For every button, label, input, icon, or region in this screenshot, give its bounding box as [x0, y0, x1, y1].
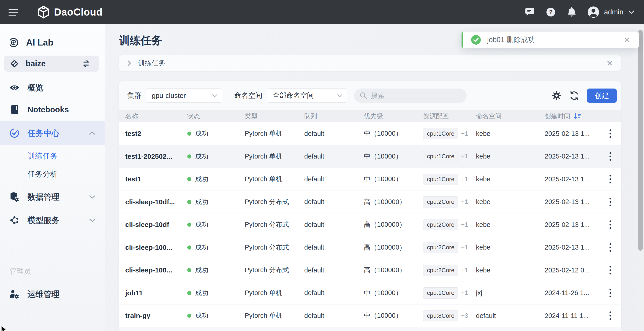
resource-more-count[interactable]: +1: [461, 130, 468, 137]
row-name[interactable]: cli-sleep-10df: [125, 221, 187, 229]
table-row[interactable]: cli-sleep-10df 成功 Pytorch 分布式 default 高（…: [119, 213, 621, 236]
namespace-label: 命名空间: [234, 91, 262, 100]
refresh-icon: [569, 91, 579, 101]
switch-workspace-icon[interactable]: [82, 59, 91, 68]
resource-more-count[interactable]: +1: [461, 221, 468, 228]
chevron-right-icon[interactable]: [127, 60, 132, 66]
sidebar-item-ops-management[interactable]: 运维管理: [0, 283, 104, 305]
col-created[interactable]: 创建时间: [545, 112, 600, 121]
row-status: 成功: [187, 289, 245, 298]
sidebar-item-model-services[interactable]: 模型服务: [0, 209, 104, 231]
row-created: 2024-11-11 1...: [545, 312, 600, 320]
close-icon[interactable]: [606, 60, 613, 66]
table-row[interactable]: test2 成功 Pytorch 单机 default 中（10000） cpu…: [119, 122, 621, 145]
row-name[interactable]: test2: [125, 130, 187, 137]
namespace-select[interactable]: 全部命名空间: [267, 88, 347, 103]
table-row[interactable]: test1-202502... 成功 Pytorch 单机 default 中（…: [119, 145, 621, 168]
sidebar-item-task-center[interactable]: 任务中心: [0, 121, 104, 145]
workspace-selector[interactable]: baize: [4, 56, 99, 72]
row-queue: default: [304, 153, 364, 160]
help-icon[interactable]: ?: [546, 7, 556, 17]
row-actions-button[interactable]: [606, 264, 615, 276]
table-row[interactable]: job11 成功 Pytorch 单机 default 中（10000） cpu…: [119, 282, 621, 305]
row-created: 2025-02-13 1...: [545, 244, 600, 251]
sort-descending-icon[interactable]: [574, 113, 582, 120]
row-actions-button[interactable]: [606, 218, 615, 231]
search-input[interactable]: [370, 91, 458, 100]
cluster-select[interactable]: gpu-cluster: [146, 88, 222, 103]
resource-badge: cpu:2Core: [423, 196, 458, 208]
vertical-scrollbar[interactable]: [637, 24, 644, 331]
chevron-down-icon: [88, 195, 96, 199]
workspace-name: baize: [26, 59, 46, 68]
row-queue: default: [304, 130, 364, 137]
row-actions-button[interactable]: [606, 173, 615, 185]
kebab-menu-icon: [609, 220, 612, 229]
row-name[interactable]: cli-sleep-100...: [125, 244, 187, 251]
row-created: 2025-02-13 1...: [545, 153, 600, 160]
resource-more-count[interactable]: +1: [461, 244, 468, 251]
task-center-icon: [9, 128, 20, 138]
row-name[interactable]: job11: [125, 289, 187, 297]
table-row[interactable]: cli-sleep-100... 成功 Pytorch 分布式 default …: [119, 236, 621, 259]
row-type: Pytorch 分布式: [245, 197, 304, 207]
scrollbar-thumb[interactable]: [638, 30, 643, 251]
row-actions-button[interactable]: [606, 241, 615, 254]
row-resources: cpu:2Core+1: [423, 196, 476, 208]
status-dot: [187, 223, 192, 227]
toast-close-icon[interactable]: [624, 36, 630, 43]
sidebar: AI Lab baize 概览: [0, 24, 105, 331]
sidebar-item-job-analysis[interactable]: 任务分析: [0, 166, 104, 182]
resource-more-count[interactable]: +1: [461, 198, 468, 205]
notifications-bell-icon[interactable]: [566, 7, 577, 18]
row-actions-button[interactable]: [606, 196, 615, 208]
settings-button[interactable]: [552, 91, 561, 100]
row-namespace: kebe: [476, 267, 545, 274]
user-menu[interactable]: admin: [587, 6, 635, 18]
daocloud-logo-icon: [38, 6, 50, 18]
table-row[interactable]: test1 成功 Pytorch 单机 default 中（10000） cpu…: [119, 168, 621, 191]
create-button[interactable]: 创建: [587, 88, 617, 103]
row-type: Pytorch 单机: [245, 152, 304, 161]
sidebar-section-admin: 管理员: [0, 267, 104, 275]
row-name[interactable]: cli-sleep-100...: [125, 266, 187, 274]
resource-badge: cpu:1Core: [423, 128, 458, 139]
refresh-button[interactable]: [569, 91, 579, 101]
row-status: 成功: [187, 243, 245, 252]
sidebar-item-data-management[interactable]: 数据管理: [0, 186, 104, 208]
resource-more-count[interactable]: +1: [461, 176, 468, 183]
row-namespace: kebe: [476, 221, 545, 229]
search-box: [354, 88, 466, 103]
table-row[interactable]: cli-sleep-10df... 成功 Pytorch 分布式 default…: [119, 191, 621, 214]
breadcrumb-item[interactable]: 训练任务: [138, 58, 165, 68]
table-row[interactable]: train-gy 成功 Pytorch 单机 default 中（10000） …: [119, 305, 621, 327]
row-status: 成功: [187, 266, 245, 275]
resource-more-count[interactable]: +1: [461, 267, 468, 274]
content-card: 集群 gpu-cluster 命名空间 全部命名空间: [119, 81, 621, 331]
messages-icon[interactable]: [524, 7, 535, 17]
row-type: Pytorch 单机: [245, 129, 304, 138]
row-actions-button[interactable]: [606, 150, 615, 163]
row-name[interactable]: test1: [125, 175, 187, 183]
row-name[interactable]: cli-sleep-10df...: [125, 198, 187, 206]
resource-badge: cpu:2Core: [423, 219, 458, 230]
resource-badge: cpu:1Core: [423, 174, 458, 185]
sidebar-item-notebooks[interactable]: Notebooks: [0, 99, 104, 121]
row-queue: default: [304, 312, 364, 320]
resource-more-count[interactable]: +1: [461, 153, 468, 160]
row-actions-button[interactable]: [606, 287, 615, 299]
resource-more-count[interactable]: +3: [461, 312, 468, 319]
row-priority: 中（10000）: [364, 289, 423, 298]
row-name[interactable]: test1-202502...: [125, 153, 187, 160]
row-actions-button[interactable]: [606, 127, 615, 140]
col-namespace: 命名空间: [476, 112, 545, 121]
table-row[interactable]: cli-sleep-100... 成功 Pytorch 分布式 default …: [119, 259, 621, 282]
sidebar-item-training-jobs[interactable]: 训练任务: [0, 148, 104, 164]
brand[interactable]: DaoCloud: [38, 6, 102, 18]
username: admin: [604, 8, 624, 16]
sidebar-item-overview[interactable]: 概览: [0, 77, 104, 99]
hamburger-menu-icon[interactable]: [8, 8, 18, 16]
resource-more-count[interactable]: +1: [461, 289, 468, 296]
row-actions-button[interactable]: [606, 310, 615, 322]
row-name[interactable]: train-gy: [125, 312, 187, 320]
